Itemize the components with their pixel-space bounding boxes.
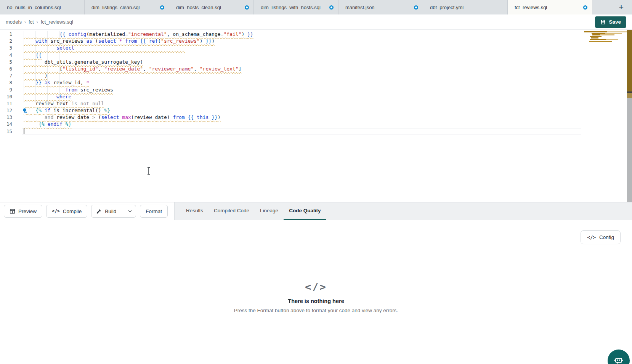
chevron-right-icon: › xyxy=(37,19,38,25)
code-text: }} as review_id, * xyxy=(14,79,89,86)
code-text: select xyxy=(14,45,185,51)
code-text: review_text is not null xyxy=(14,100,104,107)
line-number: 13 xyxy=(0,114,14,121)
file-tab-dbt_project.yml[interactable]: dbt_project.yml xyxy=(423,0,508,14)
unsaved-changes-dot-icon xyxy=(329,5,334,10)
robot-chat-icon xyxy=(613,355,624,364)
code-text: from src_reviews xyxy=(14,87,113,93)
compile-label: Compile xyxy=(63,208,82,214)
line-number: 9 xyxy=(0,87,14,93)
scrollbar-warning-marks xyxy=(627,30,632,91)
compile-button[interactable]: </> Compile xyxy=(46,205,87,218)
panel-tab-strip: ResultsCompiled CodeLineageCode Quality xyxy=(175,202,632,220)
code-line-6[interactable]: 6 ["listing_id", "review_date", "reviewe… xyxy=(0,66,632,72)
empty-state-subtitle: Press the Format button above to format … xyxy=(0,308,632,313)
code-text: with src_reviews as (select * from {{ re… xyxy=(14,38,215,45)
minimap[interactable] xyxy=(584,31,627,42)
code-line-12[interactable]: 12 {% if is_incremental() %} xyxy=(0,107,632,114)
text-caret xyxy=(24,128,24,134)
code-lines: 1 {{ config(materialized="incremental", … xyxy=(0,31,632,135)
save-label: Save xyxy=(609,19,621,25)
line-number: 1 xyxy=(0,31,14,38)
file-tab-dim_listings_clean.sql[interactable]: dim_listings_clean.sql xyxy=(85,0,169,14)
line-number: 5 xyxy=(0,59,14,66)
code-text: {% if is_incremental() %} xyxy=(14,107,110,114)
code-line-7[interactable]: 7 ) xyxy=(0,72,632,79)
breadcrumb: models›fct›fct_reviews.sql xyxy=(6,19,73,25)
format-label: Format xyxy=(146,208,162,214)
code-text: and review_date > (select max(review_dat… xyxy=(14,114,221,121)
code-text: {{ xyxy=(14,52,42,59)
build-dropdown-button[interactable] xyxy=(124,205,136,217)
code-line-13[interactable]: 13 and review_date > (select max(review_… xyxy=(0,114,632,121)
build-split-button: Build xyxy=(91,205,136,218)
panel-tab-results[interactable]: Results xyxy=(181,202,209,220)
code-line-14[interactable]: 14 {% endif %} xyxy=(0,121,632,128)
code-text: ["listing_id", "review_date", "reviewer_… xyxy=(14,66,241,72)
breadcrumb-item[interactable]: fct_reviews.sql xyxy=(41,19,73,25)
code-quality-panel: </> Config </> There is nothing here Pre… xyxy=(0,220,632,364)
chevron-down-icon xyxy=(128,209,132,213)
file-tab-label: manifest.json xyxy=(345,5,411,10)
code-line-10[interactable]: 10 where xyxy=(0,93,632,100)
empty-state-title: There is nothing here xyxy=(0,298,632,304)
editor-scrollbar[interactable] xyxy=(627,30,632,202)
hammer-icon xyxy=(96,208,102,214)
code-text: where xyxy=(14,93,71,100)
code-line-11[interactable]: 11 review_text is not null xyxy=(0,100,632,107)
line-number: 2 xyxy=(0,38,14,45)
code-text xyxy=(14,128,24,135)
code-line-8[interactable]: 8 }} as review_id, * xyxy=(0,79,632,86)
line-number: 11 xyxy=(0,100,14,107)
code-icon: </> xyxy=(0,281,632,293)
file-tab-fct_reviews.sql[interactable]: fct_reviews.sql xyxy=(508,0,592,14)
line-number: 15 xyxy=(0,128,14,135)
file-tab-dim_hosts_clean.sql[interactable]: dim_hosts_clean.sql xyxy=(169,0,254,14)
code-line-2[interactable]: 2 with src_reviews as (select * from {{ … xyxy=(0,38,632,45)
save-button[interactable]: Save xyxy=(595,16,626,28)
panel-tab-lineage[interactable]: Lineage xyxy=(255,202,284,220)
line-number: 7 xyxy=(0,72,14,79)
build-label: Build xyxy=(105,208,116,214)
config-label: Config xyxy=(599,234,614,240)
code-text: dbt_utils.generate_surrogate_key( xyxy=(14,59,143,66)
preview-button[interactable]: Preview xyxy=(4,205,42,218)
panel-tab-code-quality[interactable]: Code Quality xyxy=(284,202,326,220)
code-line-5[interactable]: 5 dbt_utils.generate_surrogate_key( xyxy=(0,59,632,66)
format-button[interactable]: Format xyxy=(140,205,168,218)
code-line-4[interactable]: 4 {{ xyxy=(0,52,632,59)
tab-strip: no_nulls_in_columns.sqldim_listings_clea… xyxy=(0,0,592,14)
code-editor[interactable]: 1 {{ config(materialized="incremental", … xyxy=(0,30,632,202)
new-tab-button[interactable]: + xyxy=(616,3,626,11)
unsaved-changes-dot-icon xyxy=(160,5,164,10)
chevron-right-icon: › xyxy=(24,19,26,25)
line-number: 4 xyxy=(0,52,14,59)
code-text: {{ config(materialized="incremental", on… xyxy=(14,31,253,38)
file-tab-no_nulls_in_columns.sql[interactable]: no_nulls_in_columns.sql xyxy=(0,0,85,14)
editor-header-row: models›fct›fct_reviews.sql Save xyxy=(0,14,632,30)
build-button[interactable]: Build xyxy=(91,205,121,217)
code-text: {% endif %} xyxy=(14,121,71,128)
editor-actions: Preview </> Compile Build xyxy=(0,202,175,220)
breadcrumb-item[interactable]: models xyxy=(6,19,22,25)
chat-assistant-button[interactable] xyxy=(608,350,630,364)
config-button[interactable]: </> Config xyxy=(581,230,621,244)
file-tab-label: dim_hosts_clean.sql xyxy=(176,5,242,10)
line-number: 8 xyxy=(0,79,14,86)
file-tab-manifest.json[interactable]: manifest.json xyxy=(338,0,423,14)
line-number: 3 xyxy=(0,45,14,51)
unsaved-changes-dot-icon xyxy=(583,5,587,10)
file-tab-label: dim_listings_with_hosts.sql xyxy=(261,5,326,10)
file-tab-dim_listings_with_hosts.sql[interactable]: dim_listings_with_hosts.sql xyxy=(254,0,338,14)
code-line-1[interactable]: 1 {{ config(materialized="incremental", … xyxy=(0,31,632,38)
code-line-3[interactable]: 3 select xyxy=(0,45,632,51)
panel-toolbar: Preview </> Compile Build xyxy=(0,202,632,220)
line-number: 10 xyxy=(0,93,14,100)
breadcrumb-item[interactable]: fct xyxy=(29,19,34,25)
code-text: ) xyxy=(14,72,48,79)
code-line-15[interactable]: 15 xyxy=(0,128,632,135)
panel-tab-compiled-code[interactable]: Compiled Code xyxy=(209,202,255,220)
code-icon: </> xyxy=(52,208,60,214)
code-line-9[interactable]: 9 from src_reviews xyxy=(0,87,632,93)
file-tab-label: no_nulls_in_columns.sql xyxy=(7,5,80,10)
